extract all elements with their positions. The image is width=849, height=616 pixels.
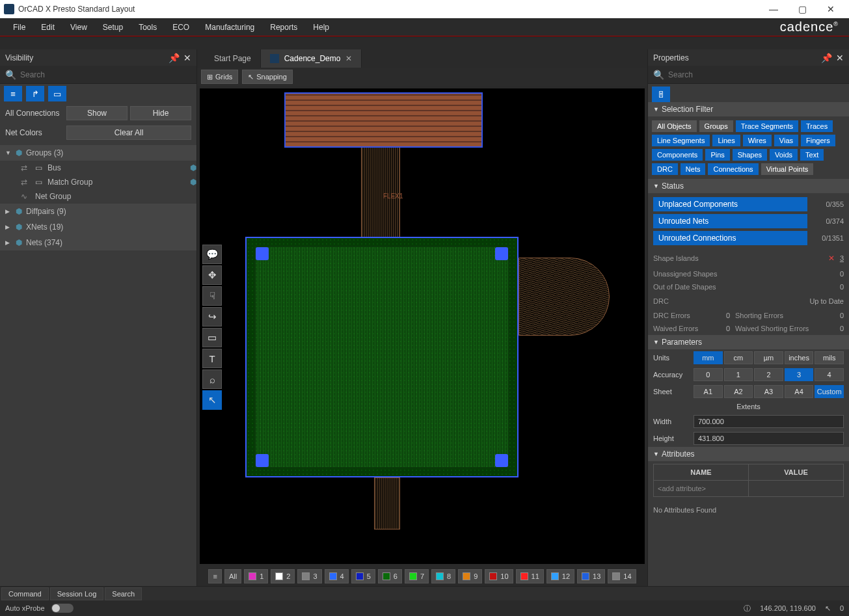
close-icon[interactable]: ✕ bbox=[183, 53, 191, 63]
chip-trace-segments[interactable]: Trace Segments bbox=[736, 120, 798, 132]
chip-traces[interactable]: Traces bbox=[801, 120, 833, 132]
move-tool[interactable]: ✥ bbox=[202, 265, 222, 285]
vis-display-button[interactable]: ▭ bbox=[48, 86, 66, 101]
seg-0[interactable]: 0 bbox=[694, 368, 723, 381]
properties-search-input[interactable] bbox=[668, 70, 844, 79]
seg-µm[interactable]: µm bbox=[754, 351, 783, 364]
tree-item-match-group[interactable]: ⇄▭Match Group⬢ bbox=[0, 175, 196, 189]
close-icon[interactable]: ✕ bbox=[836, 53, 844, 63]
height-input[interactable] bbox=[694, 432, 844, 445]
close-tab-icon[interactable]: ✕ bbox=[345, 54, 352, 63]
visibility-search-input[interactable] bbox=[20, 70, 191, 79]
info-icon[interactable]: ⓘ bbox=[744, 604, 751, 613]
settings-button[interactable]: 🎚 bbox=[652, 87, 670, 102]
chip-all-objects[interactable]: All Objects bbox=[652, 120, 697, 132]
place-tool[interactable]: ☟ bbox=[202, 286, 222, 306]
layer-14[interactable]: 14 bbox=[608, 569, 636, 583]
layer-9[interactable]: 9 bbox=[458, 569, 482, 583]
clear-all-button[interactable]: Clear All bbox=[66, 126, 191, 140]
chip-fingers[interactable]: Fingers bbox=[801, 135, 835, 146]
seg-1[interactable]: 1 bbox=[724, 368, 753, 381]
seg-mm[interactable]: mm bbox=[694, 351, 723, 364]
seg-4[interactable]: 4 bbox=[815, 368, 844, 381]
grids-button[interactable]: ⊞Grids bbox=[201, 70, 238, 84]
tab-session-log[interactable]: Session Log bbox=[50, 587, 104, 600]
tree-diffpairs[interactable]: ▶⬢Diffpairs (9) bbox=[0, 204, 196, 219]
add-attribute[interactable]: <add attribute> bbox=[654, 481, 749, 496]
pin-icon[interactable]: 📌 bbox=[821, 53, 832, 63]
seg-inches[interactable]: inches bbox=[785, 351, 814, 364]
annotate-tool[interactable]: 💬 bbox=[202, 245, 222, 264]
chip-line-segments[interactable]: Line Segments bbox=[652, 135, 710, 146]
chip-text[interactable]: Text bbox=[800, 149, 824, 161]
layer-2[interactable]: 2 bbox=[271, 569, 295, 583]
tree-nets[interactable]: ▶⬢Nets (374) bbox=[0, 235, 196, 250]
design-canvas[interactable]: FLEX1 💬 ✥ ☟ ↪ ▭ T ⌕ ↖ bbox=[200, 88, 645, 564]
layer-12[interactable]: 12 bbox=[546, 569, 574, 583]
show-button[interactable]: Show bbox=[66, 106, 128, 120]
menu-view[interactable]: View bbox=[62, 20, 95, 34]
seg-mils[interactable]: mils bbox=[815, 351, 844, 364]
layer-7[interactable]: 7 bbox=[405, 569, 429, 583]
auto-xprobe-toggle[interactable] bbox=[51, 604, 74, 613]
menu-edit[interactable]: Edit bbox=[33, 20, 62, 34]
tab-command[interactable]: Command bbox=[1, 587, 49, 600]
layer-1[interactable]: 1 bbox=[244, 569, 268, 583]
parameters-header[interactable]: ▼Parameters bbox=[648, 335, 849, 349]
zoom-tool[interactable]: ⌕ bbox=[202, 369, 222, 389]
selection-filter-header[interactable]: ▼Selection Filter bbox=[648, 102, 849, 116]
menu-setup[interactable]: Setup bbox=[95, 20, 131, 34]
tree-item-net-group[interactable]: ∿Net Group bbox=[0, 189, 196, 204]
chip-components[interactable]: Components bbox=[652, 149, 703, 161]
vis-layers-button[interactable]: ≡ bbox=[4, 86, 22, 101]
chip-vias[interactable]: Vias bbox=[774, 135, 798, 146]
tab-search[interactable]: Search bbox=[105, 587, 142, 600]
layer-3[interactable]: 3 bbox=[297, 569, 321, 583]
minimize-button[interactable]: — bbox=[759, 0, 788, 18]
layer-4[interactable]: 4 bbox=[325, 569, 349, 583]
layer-stack-button[interactable]: ≡ bbox=[208, 569, 221, 583]
chip-wires[interactable]: Wires bbox=[743, 135, 772, 146]
tab-cadence-demo[interactable]: Cadence_Demo✕ bbox=[261, 49, 362, 68]
layer-8[interactable]: 8 bbox=[431, 569, 455, 583]
chip-voids[interactable]: Voids bbox=[770, 149, 798, 161]
select-tool[interactable]: ↖ bbox=[202, 390, 222, 410]
layer-6[interactable]: 6 bbox=[378, 569, 402, 583]
chip-nets[interactable]: Nets bbox=[681, 163, 706, 175]
chip-connections[interactable]: Connections bbox=[708, 163, 758, 175]
tree-xnets[interactable]: ▶⬢XNets (19) bbox=[0, 219, 196, 235]
status-header[interactable]: ▼Status bbox=[648, 179, 849, 193]
seg-3[interactable]: 3 bbox=[785, 368, 814, 381]
seg-a3[interactable]: A3 bbox=[754, 385, 783, 398]
text-tool[interactable]: T bbox=[202, 349, 222, 368]
menu-file[interactable]: File bbox=[5, 20, 33, 34]
tree-groups[interactable]: ▼⬢Groups (3) bbox=[0, 145, 196, 161]
menu-tools[interactable]: Tools bbox=[131, 20, 165, 34]
maximize-button[interactable]: ▢ bbox=[788, 0, 816, 18]
layer-10[interactable]: 10 bbox=[485, 569, 513, 583]
seg-custom[interactable]: Custom bbox=[815, 385, 844, 398]
menu-reports[interactable]: Reports bbox=[262, 20, 305, 34]
layer-all[interactable]: All bbox=[224, 569, 241, 583]
menu-eco[interactable]: ECO bbox=[165, 20, 197, 34]
seg-cm[interactable]: cm bbox=[724, 351, 753, 364]
close-window-button[interactable]: ✕ bbox=[816, 0, 845, 18]
shape-islands-count[interactable]: 3 bbox=[840, 254, 844, 262]
attributes-header[interactable]: ▼Attributes bbox=[648, 447, 849, 461]
pin-icon[interactable]: 📌 bbox=[168, 53, 180, 63]
hide-button[interactable]: Hide bbox=[130, 106, 191, 120]
seg-a2[interactable]: A2 bbox=[724, 385, 753, 398]
seg-a1[interactable]: A1 bbox=[694, 385, 723, 398]
menu-manufacturing[interactable]: Manufacturing bbox=[197, 20, 262, 34]
chip-pins[interactable]: Pins bbox=[705, 149, 729, 161]
tab-start-page[interactable]: Start Page bbox=[205, 49, 261, 68]
seg-a4[interactable]: A4 bbox=[785, 385, 814, 398]
layer-13[interactable]: 13 bbox=[577, 569, 605, 583]
menu-help[interactable]: Help bbox=[305, 20, 337, 34]
layer-5[interactable]: 5 bbox=[351, 569, 375, 583]
route-tool[interactable]: ↪ bbox=[202, 307, 222, 327]
width-input[interactable] bbox=[694, 415, 844, 428]
layer-11[interactable]: 11 bbox=[516, 569, 544, 583]
shape-tool[interactable]: ▭ bbox=[202, 328, 222, 347]
seg-2[interactable]: 2 bbox=[754, 368, 783, 381]
